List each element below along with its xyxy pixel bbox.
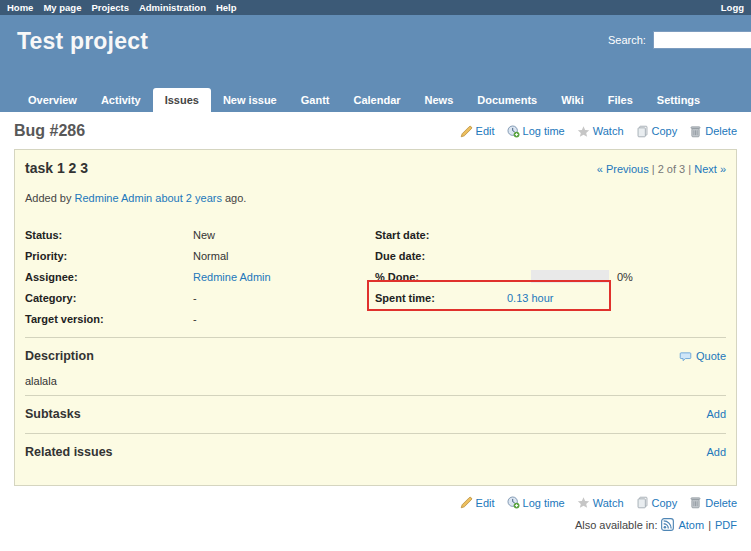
edit-link-bottom[interactable]: Edit (460, 496, 495, 509)
copy-link-bottom[interactable]: Copy (636, 496, 678, 509)
watch-link-bottom[interactable]: Watch (577, 496, 624, 509)
pagination-separator: | (688, 163, 691, 175)
tab-overview[interactable]: Overview (16, 88, 89, 112)
description-head: Description Quote (25, 349, 726, 363)
tab-news[interactable]: News (413, 88, 466, 112)
trash-icon (689, 496, 702, 509)
page-title: Bug #286 (14, 122, 460, 140)
copy-icon (636, 496, 649, 509)
delete-label: Delete (705, 497, 737, 509)
tab-activity[interactable]: Activity (89, 88, 153, 112)
assignee-value: Redmine Admin (193, 266, 375, 287)
subtasks-heading: Subtasks (25, 407, 706, 421)
feed-icon (661, 518, 674, 531)
target-version-label: Target version: (25, 308, 193, 329)
top-menu-projects[interactable]: Projects (91, 2, 129, 13)
tab-calendar[interactable]: Calendar (341, 88, 412, 112)
copy-label: Copy (652, 497, 678, 509)
issue-details-box: task 1 2 3 « Previous | 2 of 3 | Next » … (14, 149, 737, 486)
issue-actions-bottom: Edit Log time Watch Copy (460, 496, 737, 509)
spent-time-link[interactable]: 0.13 hour (507, 292, 553, 304)
watch-link[interactable]: Watch (577, 125, 624, 138)
top-menu-help[interactable]: Help (216, 2, 237, 13)
log-time-label: Log time (523, 125, 565, 137)
search-label: Search: (608, 34, 646, 46)
top-menu-administration[interactable]: Administration (139, 2, 206, 13)
clock-plus-icon (507, 496, 520, 509)
issue-title: task 1 2 3 (25, 160, 597, 176)
ago-text: ago. (225, 192, 246, 204)
edit-label: Edit (476, 125, 495, 137)
main-tabs: Overview Activity Issues New issue Gantt… (0, 88, 751, 112)
divider (25, 337, 726, 338)
issue-head: task 1 2 3 « Previous | 2 of 3 | Next » (25, 160, 726, 176)
tab-settings[interactable]: Settings (645, 88, 712, 112)
previous-issue-link[interactable]: « Previous (597, 163, 649, 175)
related-issues-add-link[interactable]: Add (706, 446, 726, 458)
pagination-separator: | (652, 163, 655, 175)
tab-files[interactable]: Files (596, 88, 645, 112)
delete-link-bottom[interactable]: Delete (689, 496, 737, 509)
delete-label: Delete (705, 125, 737, 137)
quote-link[interactable]: Quote (679, 350, 726, 363)
quote-bubble-icon (679, 350, 692, 363)
top-menu: Home My page Projects Administration Hel… (0, 0, 751, 15)
copy-icon (636, 125, 649, 138)
issue-attributes: Status: New Start date: Priority: Normal… (25, 224, 726, 329)
top-menu-my-page[interactable]: My page (43, 2, 81, 13)
edit-link[interactable]: Edit (460, 125, 495, 138)
assignee-link[interactable]: Redmine Admin (193, 271, 271, 283)
related-issues-heading: Related issues (25, 445, 706, 459)
issue-author-line: Added by Redmine Admin about 2 years ago… (25, 192, 726, 204)
section-gap (25, 421, 726, 425)
author-link[interactable]: Redmine Admin (75, 192, 153, 204)
subtasks-head: Subtasks Add (25, 407, 726, 421)
watch-label: Watch (593, 125, 624, 137)
copy-label: Copy (652, 125, 678, 137)
divider (25, 433, 726, 434)
issue-bottom-pad (25, 459, 726, 475)
related-issues-head: Related issues Add (25, 445, 726, 459)
due-date-label: Due date: (375, 245, 507, 266)
format-separator: | (708, 519, 711, 531)
pagination-position: 2 of 3 (658, 163, 686, 175)
tab-wiki[interactable]: Wiki (549, 88, 596, 112)
empty-cell (507, 308, 726, 329)
log-time-link-bottom[interactable]: Log time (507, 496, 565, 509)
description-body: alalala (25, 375, 726, 387)
delete-link[interactable]: Delete (689, 125, 737, 138)
atom-link[interactable]: Atom (678, 519, 704, 531)
edit-label: Edit (476, 497, 495, 509)
assignee-label: Assignee: (25, 266, 193, 287)
watch-label: Watch (593, 497, 624, 509)
copy-link[interactable]: Copy (636, 125, 678, 138)
pencil-icon (460, 496, 473, 509)
tab-gantt[interactable]: Gantt (289, 88, 342, 112)
log-time-link[interactable]: Log time (507, 125, 565, 138)
added-by-text: Added by (25, 192, 71, 204)
subtasks-add-link[interactable]: Add (706, 408, 726, 420)
other-formats: Also available in: Atom | PDF (14, 518, 737, 531)
pencil-icon (460, 125, 473, 138)
percent-done-cell: 0% (507, 266, 726, 287)
percent-done-value: 0% (617, 271, 633, 283)
age-link[interactable]: about 2 years (155, 192, 222, 204)
pdf-link[interactable]: PDF (715, 519, 737, 531)
top-menu-home[interactable]: Home (7, 2, 33, 13)
tab-documents[interactable]: Documents (465, 88, 549, 112)
progress-bar (531, 270, 609, 283)
tab-new-issue[interactable]: New issue (211, 88, 289, 112)
category-value: - (193, 287, 375, 308)
search-input[interactable] (653, 31, 751, 49)
percent-done-label: % Done: (375, 266, 507, 287)
issue-actions-top: Edit Log time Watch Copy (460, 125, 737, 138)
tab-issues[interactable]: Issues (153, 88, 211, 112)
star-icon (577, 125, 590, 138)
clock-plus-icon (507, 125, 520, 138)
issue-pagination: « Previous | 2 of 3 | Next » (597, 163, 726, 175)
next-issue-link[interactable]: Next » (694, 163, 726, 175)
search-area: Search: (608, 31, 751, 49)
status-label: Status: (25, 224, 193, 245)
empty-cell (375, 308, 507, 329)
page-title-row: Bug #286 Edit Log time Watch (14, 119, 737, 143)
